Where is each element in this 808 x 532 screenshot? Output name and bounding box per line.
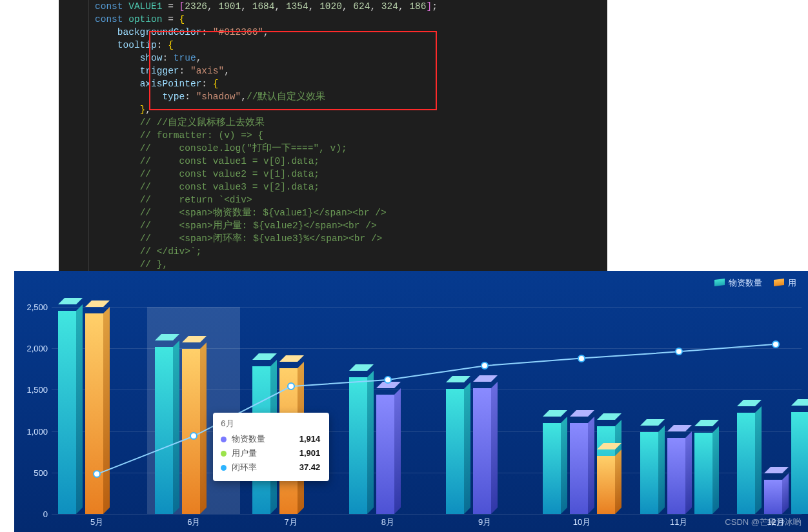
tooltip: 6月物资数量1,914用户量1,901闭环率37.42 xyxy=(213,413,329,481)
code-line[interactable]: // //自定义鼠标移上去效果 xyxy=(95,116,607,129)
tooltip-title: 6月 xyxy=(221,418,320,429)
code-line[interactable]: // <span>物资数量: ${value1}</span><br /> xyxy=(95,206,607,219)
tooltip-label: 物资数量 xyxy=(232,432,294,446)
tooltip-value: 37.42 xyxy=(299,460,321,475)
code-line[interactable]: const option = { xyxy=(95,13,607,26)
tooltip-label: 用户量 xyxy=(232,446,294,460)
x-axis-tick: 7月 xyxy=(284,517,297,528)
plot-area[interactable]: 05001,0001,5002,0002,5005月6月7月8月9月10月11月… xyxy=(52,307,802,514)
code-editor[interactable]: const VALUE1 = [2326, 1901, 1684, 1354, … xyxy=(59,0,607,303)
tooltip-value: 1,901 xyxy=(299,446,321,460)
legend: 物资数量 用 xyxy=(714,277,796,289)
x-axis-tick: 8月 xyxy=(381,517,394,528)
x-axis-tick: 6月 xyxy=(187,517,200,528)
y-axis-tick: 0 xyxy=(19,509,48,519)
watermark: CSDN @芒果沙冰哟 xyxy=(725,517,802,528)
x-axis-tick: 10月 xyxy=(573,517,591,528)
y-axis-tick: 2,500 xyxy=(19,302,48,312)
legend-item-1[interactable]: 物资数量 xyxy=(714,277,762,289)
code-line[interactable]: show: true, xyxy=(95,52,607,64)
code-line[interactable]: const VALUE1 = [2326, 1901, 1684, 1354, … xyxy=(95,0,607,13)
x-axis-tick: 9月 xyxy=(478,517,491,528)
code-line[interactable]: // formatter: (v) => { xyxy=(95,129,607,142)
line-point[interactable] xyxy=(481,362,489,369)
chart-container[interactable]: 物资数量 用 05001,0001,5002,0002,5005月6月7月8月9… xyxy=(14,271,808,532)
gridline xyxy=(52,514,802,515)
y-axis-tick: 1,000 xyxy=(19,426,48,436)
y-axis-tick: 500 xyxy=(19,468,48,477)
code-line[interactable]: // const value3 = v[2].data; xyxy=(95,181,607,193)
x-axis-tick: 11月 xyxy=(670,517,687,528)
line-series xyxy=(52,307,802,514)
code-line[interactable]: // const value2 = v[1].data; xyxy=(95,168,607,181)
legend-label: 物资数量 xyxy=(729,277,762,289)
code-line[interactable]: // return `<div> xyxy=(95,193,607,206)
code-line[interactable]: backgroundColor: "#012366", xyxy=(95,26,607,39)
gutter xyxy=(59,0,95,303)
line-point[interactable] xyxy=(578,355,585,362)
dot-icon xyxy=(221,465,227,471)
code-line[interactable]: }, xyxy=(95,103,607,116)
line-point[interactable] xyxy=(190,432,197,440)
tooltip-row: 用户量1,901 xyxy=(221,446,320,460)
code-line[interactable]: type: "shadow",//默认自定义效果 xyxy=(95,90,607,103)
code-line[interactable]: // <span>闭环率: ${value3}%</span><br /> xyxy=(95,232,607,245)
legend-label: 用 xyxy=(788,277,796,289)
y-axis-tick: 2,000 xyxy=(19,344,48,353)
line-point[interactable] xyxy=(384,376,392,384)
dot-icon xyxy=(221,437,227,442)
tooltip-label: 闭环率 xyxy=(232,460,294,475)
legend-item-2[interactable]: 用 xyxy=(774,277,796,289)
y-axis-tick: 1,500 xyxy=(19,385,48,395)
code-line[interactable]: trigger: "axis", xyxy=(95,64,607,77)
code-line[interactable]: // <span>用户量: ${value2}</span><br /> xyxy=(95,219,607,232)
tooltip-row: 物资数量1,914 xyxy=(221,432,320,446)
code-line[interactable]: // const value1 = v[0].data; xyxy=(95,155,607,168)
code-line[interactable]: // </div>`; xyxy=(95,245,607,258)
code-line[interactable]: // console.log("打印一下====", v); xyxy=(95,142,607,155)
x-axis-tick: 5月 xyxy=(90,517,103,528)
line-point[interactable] xyxy=(772,340,780,348)
tooltip-row: 闭环率37.42 xyxy=(221,460,320,475)
code-line[interactable]: tooltip: { xyxy=(95,39,607,52)
line-point[interactable] xyxy=(675,348,683,355)
code-line[interactable]: // }, xyxy=(95,258,607,271)
tooltip-value: 1,914 xyxy=(299,432,321,446)
dot-icon xyxy=(221,451,227,457)
code-line[interactable]: axisPointer: { xyxy=(95,77,607,90)
line-point[interactable] xyxy=(93,470,101,478)
line-point[interactable] xyxy=(287,382,295,390)
